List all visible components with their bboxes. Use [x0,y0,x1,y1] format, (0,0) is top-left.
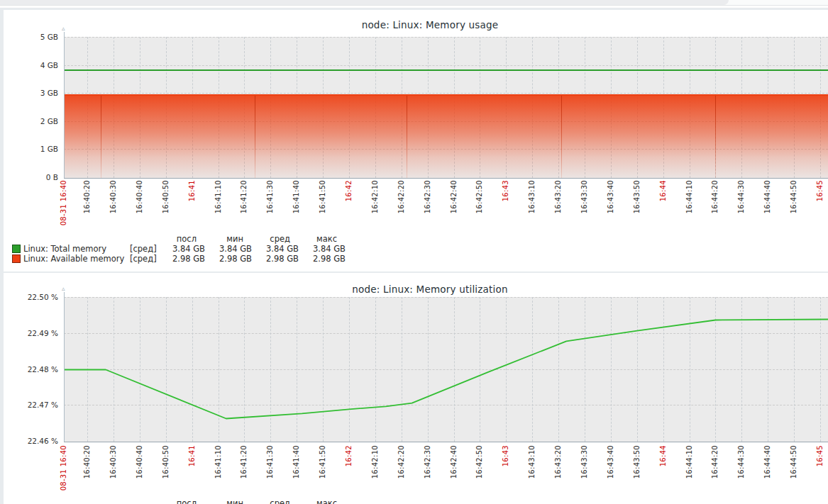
total-memory-line [64,69,828,71]
legend-header-3: сред [250,234,297,244]
y-axis-label: 22.50 % [7,293,58,301]
x-tick-label: 16:42:20 [397,180,406,213]
x-tick-label: 16:42:40 [449,445,458,478]
legend-header-3: сред [250,498,297,504]
y-axis-label: 1 GB [7,145,58,153]
y-axis-label: 4 GB [7,61,58,69]
x-tick-label: 16:40:30 [109,445,118,478]
x-tick-label: 08-31 16:40 [59,180,68,225]
x-tick-label: 16:41:10 [214,445,223,478]
legend-header-row: послминсредмакс [12,234,346,244]
legend-stat-value: 2.98 GB [164,254,205,264]
x-axis-line [64,442,828,442]
legend-header-row: послминсредмакс [12,498,344,504]
x-tick-label: 16:41:30 [265,445,275,478]
y-axis-label: 22.46 % [7,437,58,445]
legend-aggregation: [сред] [130,254,164,264]
legend-stat-value: 3.84 GB [299,244,346,254]
x-tick-label: 16:43:50 [632,180,641,213]
legend-header-2: мин [204,498,250,504]
x-tick-label: 16:42 [344,180,353,201]
x-axis-line [64,178,828,179]
legend-header-4: макс [297,498,344,504]
y-axis-label: 3 GB [7,89,58,97]
x-tick-label: 16:42:20 [397,445,406,478]
x-tick-label: 16:44:50 [789,445,798,478]
legend-series-label: Linux: Total memory [23,244,130,254]
legend-stat-value: 2.98 GB [299,254,346,264]
legend-series-label: Linux: Available memory [23,254,130,264]
memory-usage-legend: послминсредмаксLinux: Total memory[сред]… [12,234,346,264]
legend-header-2: мин [204,234,250,244]
available-memory-area [64,94,828,178]
y-axis-label: 22.49 % [7,329,58,337]
area-seam-line [255,96,255,178]
x-tick-label: 16:44:50 [789,180,798,213]
x-tick-label: 08-31 16:40 [59,445,68,491]
memory-utilization-line [64,297,828,442]
x-tick-label: 16:44:10 [685,445,694,478]
legend-color-swatch [12,245,21,253]
y-axis-label: 0 B [7,173,58,181]
chart-title-memory-usage: node: Linux: Memory usage [4,19,828,30]
x-tick-label: 16:41:10 [214,180,223,213]
browser-chrome-divider [0,6,828,8]
browser-viewport: node: Linux: Memory usage послминсредмак… [0,0,828,504]
chart-title-memory-utilization: node: Linux: Memory utilization [4,284,828,295]
x-tick-label: 16:43:30 [580,180,589,213]
x-tick-label: 16:41:20 [239,180,248,213]
x-tick-label: 16:41 [187,180,197,201]
legend-row: Linux: Total memory[сред]3.84 GB3.84 GB3… [12,244,346,254]
x-tick-label: 16:41:20 [239,445,248,478]
browser-active-tab[interactable] [0,0,729,5]
x-tick-label: 16:41:40 [292,180,301,213]
memory-usage-plot-area[interactable] [64,37,828,178]
x-tick-label: 16:42:10 [370,180,380,213]
x-tick-label: 16:44:30 [736,180,746,213]
area-seam-line [561,96,562,178]
x-tick-label: 16:44:20 [710,445,719,478]
x-tick-label: 16:43:40 [606,445,615,478]
memory-utilization-plot-area[interactable] [64,297,828,442]
legend-row: Linux: Available memory[сред]2.98 GB2.98… [12,254,346,264]
y-axis-line [64,32,65,178]
y-axis-label: 2 GB [7,117,58,125]
legend-header-1: посл [162,498,204,504]
x-tick-label: 16:41 [187,445,197,466]
legend-stat-value: 2.98 GB [205,254,252,264]
x-tick-label: 16:43:50 [632,445,641,478]
x-tick-label: 16:40:50 [161,180,170,213]
chart-panel-memory-usage: node: Linux: Memory usage послминсредмак… [4,10,828,271]
legend-header-1: посл [162,234,204,244]
x-tick-label: 16:42:40 [449,180,458,213]
y-gridline [64,37,828,38]
x-tick-label: 16:40:30 [109,180,118,213]
x-tick-label: 16:44 [658,445,668,466]
legend-aggregation: [сред] [130,244,164,254]
y-gridline [64,65,828,66]
legend-stat-value: 3.84 GB [205,244,252,254]
x-tick-label: 16:43:10 [527,445,536,478]
legend-header-4: макс [297,234,344,244]
x-tick-label: 16:44:40 [763,445,772,478]
x-tick-label: 16:43:20 [553,445,563,478]
x-tick-label: 16:45 [815,180,824,201]
area-seam-line [407,96,407,178]
x-tick-label: 16:40:20 [82,180,92,213]
x-tick-label: 16:41:40 [292,445,301,478]
x-tick-label: 16:42:30 [423,180,432,213]
x-tick-label: 16:41:50 [318,180,327,213]
y-axis-label: 22.48 % [7,365,58,374]
x-tick-label: 16:41:50 [318,445,327,478]
y-axis-label: 5 GB [7,33,58,41]
x-tick-label: 16:42:50 [475,445,484,478]
x-tick-label: 16:44:20 [710,180,719,213]
x-tick-label: 16:43:30 [580,445,589,478]
chart-panel-memory-utilization: node: Linux: Memory utilization послминс… [4,273,828,504]
x-tick-label: 16:44 [658,180,668,201]
x-tick-label: 16:40:40 [135,445,144,478]
y-axis-label: 22.47 % [7,401,58,409]
x-tick-label: 16:41:30 [265,180,275,213]
x-tick-label: 16:42 [344,445,353,466]
legend-stat-value: 3.84 GB [164,244,205,254]
